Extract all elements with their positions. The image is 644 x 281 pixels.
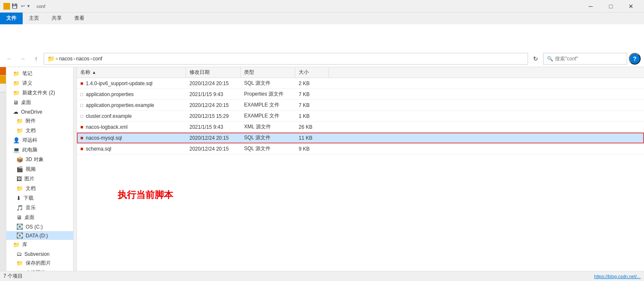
sidebar-label-21: 本机照片 — [26, 269, 46, 271]
quick-access-down[interactable]: ▾ — [27, 3, 30, 9]
file-row-4[interactable]: ■ nacos-logback.xml 2021/1/15 9:43 XML 源… — [77, 122, 644, 133]
sidebar-item-15[interactable]: 🖥桌面 — [6, 213, 73, 222]
file-row-0[interactable]: ■ 1.4.0-ipv6_support-update.sql 2020/12/… — [77, 78, 644, 89]
sidebar-icon-0: 📁 — [13, 70, 20, 77]
file-size-0: 2 KB — [295, 81, 329, 86]
up-button[interactable]: ↑ — [30, 53, 42, 65]
path-folder-icon: 📁 — [47, 55, 55, 62]
file-list-area: 名称 ▲ 修改日期 类型 大小 ■ 1.4.0-ipv6_support-upd… — [77, 67, 644, 271]
title-bar-left: 💾 ↩ ▾ conf — [3, 3, 45, 10]
refresh-button[interactable]: ↻ — [530, 53, 541, 65]
sidebar-item-14[interactable]: 🎵音乐 — [6, 203, 73, 213]
sidebar-item-19[interactable]: 🗂Subversion — [6, 250, 73, 258]
path-part-nacos1[interactable]: nacos — [59, 56, 73, 62]
file-name-4: ■ nacos-logback.xml — [77, 124, 186, 130]
sidebar-item-11[interactable]: 🖼图片 — [6, 174, 73, 184]
file-size-3: 1 KB — [295, 113, 329, 119]
sidebar-item-18[interactable]: 📁库 — [6, 240, 73, 250]
col-header-type[interactable]: 类型 — [241, 67, 295, 78]
sidebar-item-8[interactable]: 💻此电脑 — [6, 145, 73, 155]
col-header-size[interactable]: 大小 — [295, 67, 329, 78]
left-strip — [0, 67, 6, 271]
file-row-3[interactable]: □ cluster.conf.example 2020/12/15 15:29 … — [77, 111, 644, 122]
tab-home[interactable]: 主页 — [23, 13, 45, 24]
sidebar-icon-10: 🎬 — [16, 166, 23, 172]
sidebar-item-9[interactable]: 📦3D 对象 — [6, 155, 73, 164]
sidebar-label-3: 桌面 — [21, 99, 31, 106]
col-header-name[interactable]: 名称 ▲ — [77, 67, 186, 78]
sidebar-label-14: 音乐 — [26, 204, 36, 211]
close-button[interactable]: ✕ — [621, 0, 641, 13]
quick-access-save[interactable]: 💾 — [12, 3, 18, 9]
sidebar-item-12[interactable]: 📁文档 — [6, 184, 73, 193]
sidebar-label-19: Subversion — [24, 251, 50, 257]
sidebar-icon-8: 💻 — [13, 147, 20, 153]
sidebar-item-3[interactable]: 🖥桌面 — [6, 98, 73, 107]
sidebar-item-7[interactable]: 👤邓远科 — [6, 135, 73, 145]
sidebar-icon-18: 📁 — [13, 242, 20, 248]
forward-button[interactable]: → — [17, 53, 29, 65]
sidebar-item-5[interactable]: 📁附件 — [6, 116, 73, 126]
file-name-3: □ cluster.conf.example — [77, 113, 186, 119]
file-name-6: ■ schema.sql — [77, 146, 186, 152]
file-row-1[interactable]: □ application.properties 2021/1/15 9:43 … — [77, 89, 644, 100]
sidebar-icon-4: ☁ — [13, 109, 18, 115]
status-link[interactable]: https://blog.csdn.net/... — [594, 274, 641, 279]
col-header-date[interactable]: 修改日期 — [186, 67, 241, 78]
back-button[interactable]: ← — [3, 53, 15, 65]
sidebar-label-7: 邓远科 — [22, 137, 37, 144]
sidebar-item-16[interactable]: 💽OS (C:) — [6, 222, 73, 231]
sidebar-label-5: 附件 — [26, 117, 36, 125]
sidebar-icon-5: 📁 — [16, 118, 23, 124]
file-icon-2: □ — [80, 102, 83, 108]
sidebar-label-10: 视频 — [26, 166, 36, 173]
address-path[interactable]: 📁 « nacos › nacos › conf — [44, 53, 528, 65]
sidebar-item-13[interactable]: ⬇下载 — [6, 193, 73, 203]
file-row-5[interactable]: ■ nacos-mysql.sql 2020/12/24 20:15 SQL 源… — [77, 133, 644, 143]
sidebar-item-1[interactable]: 📁讲义 — [6, 78, 73, 88]
tab-file[interactable]: 文件 — [0, 13, 23, 24]
file-icon-5: ■ — [80, 135, 83, 141]
sidebar-icon-7: 👤 — [13, 137, 20, 143]
sidebar-item-2[interactable]: 📁新建文件夹 (2) — [6, 88, 73, 98]
maximize-button[interactable]: □ — [601, 0, 620, 13]
path-part-nacos2[interactable]: nacos — [76, 56, 89, 62]
sidebar-item-17[interactable]: 💽DATA (D:) — [6, 231, 73, 240]
file-icon-3: □ — [80, 113, 83, 119]
file-row-6[interactable]: ■ schema.sql 2020/12/24 20:15 SQL 源文件 9 … — [77, 143, 644, 154]
file-list-header: 名称 ▲ 修改日期 类型 大小 — [77, 67, 644, 78]
sidebar-label-13: 下载 — [24, 195, 34, 202]
sidebar-label-18: 库 — [22, 241, 27, 248]
path-part-conf[interactable]: conf — [93, 56, 103, 62]
strip-item-1 — [0, 67, 6, 75]
sidebar-item-4[interactable]: ☁OneDrive — [6, 107, 73, 116]
minimize-button[interactable]: ─ — [581, 0, 600, 13]
sidebar-icon-1: 📁 — [13, 80, 20, 86]
sidebar-scrollbar[interactable] — [74, 67, 77, 271]
tab-share[interactable]: 共享 — [45, 13, 68, 24]
sidebar-item-10[interactable]: 🎬视频 — [6, 164, 73, 174]
help-button[interactable]: ? — [629, 53, 641, 65]
sidebar-icon-12: 📁 — [16, 185, 23, 192]
sidebar-icon-2: 📁 — [13, 90, 20, 96]
sidebar-label-0: 笔记 — [22, 70, 32, 77]
sidebar-icon-20: 📁 — [16, 260, 23, 266]
sidebar-label-16: OS (C:) — [26, 224, 43, 230]
search-input[interactable] — [555, 56, 623, 62]
tab-view[interactable]: 查看 — [68, 13, 91, 24]
file-type-2: EXAMPLE 文件 — [241, 101, 295, 109]
sidebar-item-0[interactable]: 📁笔记 — [6, 69, 73, 78]
sidebar-item-20[interactable]: 📁保存的图片 — [6, 258, 73, 268]
quick-access-undo[interactable]: ↩ — [21, 3, 25, 9]
ribbon: 文件 主页 共享 查看 — [0, 13, 644, 50]
file-size-1: 7 KB — [295, 91, 329, 97]
sidebar-icon-11: 🖼 — [16, 176, 22, 182]
sidebar-item-6[interactable]: 📁文档 — [6, 126, 73, 135]
sidebar-label-1: 讲义 — [22, 80, 32, 87]
file-name-2: □ application.properties.example — [77, 102, 186, 108]
sidebar-icon-16: 💽 — [16, 224, 23, 230]
file-row-2[interactable]: □ application.properties.example 2020/12… — [77, 100, 644, 111]
file-type-5: SQL 源文件 — [241, 134, 295, 141]
sidebar-item-21[interactable]: 📁本机照片 — [6, 268, 73, 271]
file-size-5: 11 KB — [295, 135, 329, 141]
